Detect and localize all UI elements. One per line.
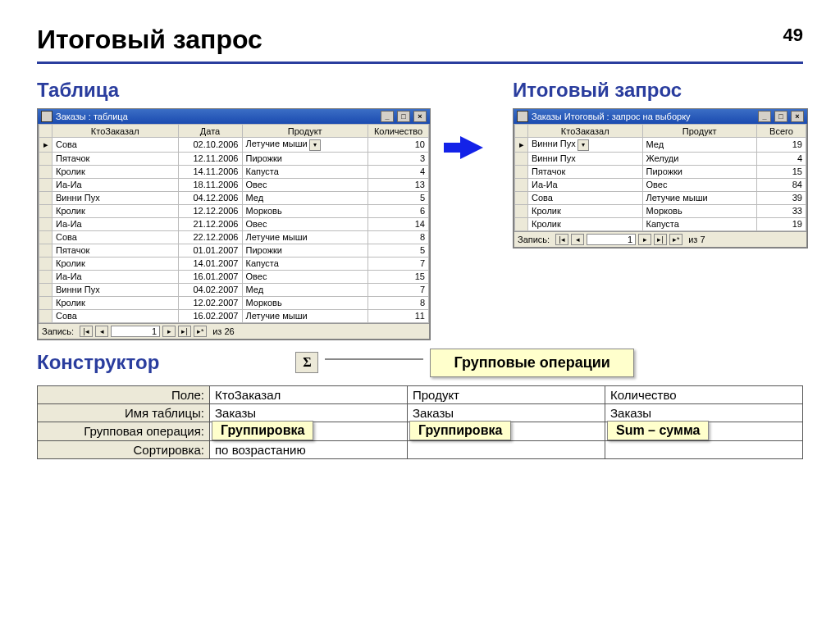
cell[interactable]: Винни Пух [528, 152, 643, 165]
cell[interactable]: Кролик [528, 217, 643, 230]
cell[interactable]: 7 [368, 283, 429, 296]
cell[interactable]: 14.11.2006 [178, 165, 242, 178]
new-record-button[interactable]: ▸* [194, 326, 207, 337]
cell[interactable]: 4 [757, 152, 806, 165]
cell[interactable]: 10 [368, 138, 429, 153]
cell[interactable]: 7 [368, 257, 429, 270]
cell[interactable]: Овес [242, 270, 368, 283]
cell[interactable]: 01.01.2007 [178, 244, 242, 257]
cell[interactable]: Кролик [52, 204, 179, 217]
cell[interactable]: 16.02.2007 [178, 309, 242, 322]
cell[interactable]: 21.12.2006 [178, 217, 242, 230]
cell[interactable]: Капуста [642, 217, 757, 230]
cell[interactable]: Мед [242, 191, 368, 204]
cell[interactable]: Желуди [642, 152, 757, 165]
cell[interactable]: 39 [757, 191, 806, 204]
cell[interactable]: 19 [757, 138, 806, 153]
cell[interactable]: 13 [368, 178, 429, 191]
cell[interactable]: 12.12.2006 [178, 204, 242, 217]
cell[interactable]: 22.12.2006 [178, 230, 242, 244]
cell[interactable]: 6 [368, 204, 429, 217]
field-cell[interactable]: Количество [605, 385, 803, 403]
groupop-cell[interactable]: Группировка [210, 422, 408, 440]
table-cell[interactable]: Заказы [605, 403, 803, 422]
cell[interactable]: Иа-Иа [52, 270, 179, 283]
table-cell[interactable]: Заказы [210, 403, 408, 422]
cell[interactable]: 16.01.2007 [178, 270, 242, 283]
cell[interactable]: 15 [757, 165, 806, 178]
cell[interactable]: Летучие мыши▾ [242, 138, 368, 153]
close-button[interactable]: × [413, 111, 427, 122]
groupop-cell[interactable]: Sum – сумма [605, 422, 803, 440]
cell[interactable]: 5 [368, 244, 429, 257]
first-button[interactable]: |◂ [80, 326, 93, 337]
cell[interactable]: Кролик [52, 165, 179, 178]
record-input[interactable]: 1 [111, 326, 160, 337]
cell[interactable]: Пирожки [642, 165, 757, 178]
cell[interactable]: Иа-Иа [52, 217, 179, 230]
maximize-button[interactable]: □ [774, 111, 788, 122]
cell[interactable]: 33 [757, 204, 806, 217]
sort-cell[interactable] [408, 440, 605, 458]
cell[interactable]: Иа-Иа [528, 178, 643, 191]
sort-cell[interactable] [605, 440, 803, 458]
cell[interactable]: Мед [642, 138, 757, 153]
cell[interactable]: Овес [642, 178, 757, 191]
cell[interactable]: Капуста [242, 257, 368, 270]
cell[interactable]: Овес [242, 217, 368, 230]
cell[interactable]: Винни Пух [52, 283, 179, 296]
cell[interactable]: Кролик [528, 204, 643, 217]
cell[interactable]: Винни Пух▾ [528, 138, 643, 153]
cell[interactable]: Мед [242, 283, 368, 296]
col-header[interactable]: Продукт [642, 125, 757, 138]
cell[interactable]: 15 [368, 270, 429, 283]
cell[interactable]: 84 [757, 178, 806, 191]
cell[interactable]: 19 [757, 217, 806, 230]
cell[interactable]: Сова [528, 191, 643, 204]
new-record-button[interactable]: ▸* [669, 234, 682, 245]
cell[interactable]: Овес [242, 178, 368, 191]
maximize-button[interactable]: □ [397, 111, 410, 122]
cell[interactable]: 04.02.2007 [178, 283, 242, 296]
close-button[interactable]: × [791, 111, 804, 122]
cell[interactable]: Летучие мыши [642, 191, 757, 204]
cell[interactable]: Пирожки [242, 244, 368, 257]
field-cell[interactable]: Продукт [408, 385, 605, 403]
cell[interactable]: Пятачок [528, 165, 643, 178]
table-cell[interactable]: Заказы [408, 403, 605, 422]
minimize-button[interactable]: _ [758, 111, 771, 122]
cell[interactable]: 04.12.2006 [178, 191, 242, 204]
groupop-cell[interactable]: Группировка [408, 422, 605, 440]
cell[interactable]: Летучие мыши [242, 309, 368, 322]
cell[interactable]: 5 [368, 191, 429, 204]
cell[interactable]: Сова [52, 138, 179, 153]
sort-cell[interactable]: по возрастанию [210, 440, 408, 458]
cell[interactable]: 4 [368, 165, 429, 178]
col-header[interactable]: Всего [757, 125, 806, 138]
next-button[interactable]: ▸ [162, 326, 176, 337]
cell[interactable]: Морковь [242, 296, 368, 309]
prev-button[interactable]: ◂ [95, 326, 108, 337]
cell[interactable]: Сова [52, 309, 179, 322]
last-button[interactable]: ▸| [654, 234, 667, 245]
chevron-down-icon[interactable]: ▾ [309, 139, 321, 151]
cell[interactable]: 12.02.2007 [178, 296, 242, 309]
cell[interactable]: Кролик [52, 257, 179, 270]
chevron-down-icon[interactable]: ▾ [578, 139, 589, 151]
cell[interactable]: Сова [52, 230, 179, 244]
cell[interactable]: Кролик [52, 296, 179, 309]
cell[interactable]: 18.11.2006 [178, 178, 242, 191]
cell[interactable]: Пирожки [242, 152, 368, 165]
cell[interactable]: 14 [368, 217, 429, 230]
titlebar-table[interactable]: Заказы : таблица _ □ × [38, 109, 430, 124]
col-header[interactable]: Продукт [242, 125, 368, 138]
cell[interactable]: Пятачок [52, 152, 179, 165]
record-input[interactable]: 1 [587, 234, 636, 245]
cell[interactable]: Винни Пух [52, 191, 179, 204]
cell[interactable]: 02.10.2006 [178, 138, 242, 153]
prev-button[interactable]: ◂ [571, 234, 584, 245]
cell[interactable]: Капуста [242, 165, 368, 178]
cell[interactable]: 3 [368, 152, 429, 165]
cell[interactable]: Пятачок [52, 244, 179, 257]
titlebar-query[interactable]: Заказы Итоговый : запрос на выборку _ □ … [514, 109, 807, 124]
